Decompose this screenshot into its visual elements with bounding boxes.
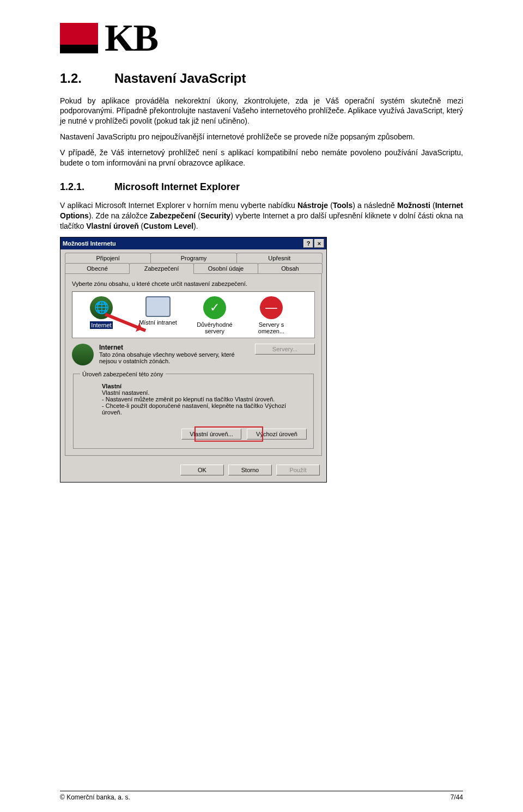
tab-content[interactable]: Obsah: [258, 263, 323, 273]
logo-text: KB: [105, 22, 157, 54]
zone-list: 🌐 Internet Místní intranet ✓ Důvěryhodné…: [72, 291, 315, 338]
security-tab-panel: Vyberte zónu obsahu, u které chcete urči…: [65, 273, 322, 456]
zone-restricted[interactable]: — Servery s omezen...: [247, 296, 296, 334]
tab-programs[interactable]: Programy: [150, 253, 236, 263]
section-heading: 1.2.Nastavení JavaScript: [60, 71, 463, 86]
level-legend: Úroveň zabezpečení této zóny: [80, 371, 166, 377]
tab-general[interactable]: Obecné: [65, 263, 130, 273]
tabs-row-front: Obecné Zabezpečení Osobní údaje Obsah: [60, 263, 326, 273]
globe-icon: [72, 344, 94, 365]
section-number: 1.2.: [60, 71, 114, 86]
subsection-heading: 1.2.1.Microsoft Internet Explorer: [60, 181, 463, 193]
paragraph: Nastavení JavaScriptu pro nejpoužívanějš…: [60, 132, 463, 142]
level-line: - Chcete-li použít doporučené nastavení,…: [102, 402, 286, 416]
subsection-title: Microsoft Internet Explorer: [114, 181, 240, 192]
default-level-button[interactable]: Výchozí úroveň: [247, 429, 307, 439]
ok-button[interactable]: OK: [180, 465, 224, 475]
logo: KB: [60, 22, 463, 54]
tab-privacy[interactable]: Osobní údaje: [193, 263, 258, 273]
tab-advanced[interactable]: Upřesnit: [236, 253, 323, 263]
paragraph: Pokud by aplikace prováděla nekorektní ú…: [60, 96, 463, 127]
section-title: Nastavení JavaScript: [114, 71, 246, 86]
zone-description: Internet Tato zóna obsahuje všechny webo…: [72, 344, 315, 365]
footer-copyright: © Komerční banka, a. s.: [60, 793, 130, 801]
zone-desc-title: Internet: [99, 344, 123, 351]
cancel-button[interactable]: Storno: [228, 465, 272, 475]
tabs-row-back: Připojení Programy Upřesnit: [60, 249, 326, 263]
level-title: Vlastní: [102, 383, 121, 389]
internet-options-dialog: Možnosti Internetu ? × Připojení Program…: [60, 237, 327, 483]
dialog-title: Možnosti Internetu: [63, 240, 116, 247]
paragraph: V případě, že Váš internetový prohlížeč …: [60, 148, 463, 168]
subsection-number: 1.2.1.: [60, 181, 114, 193]
paragraph: V aplikaci Microsoft Internet Explorer v…: [60, 200, 463, 231]
monitor-icon: [145, 296, 171, 317]
check-icon: ✓: [203, 296, 226, 319]
dialog-titlebar: Možnosti Internetu ? ×: [60, 237, 326, 249]
logo-mark: [60, 23, 98, 53]
page-number: 7/44: [451, 793, 463, 801]
tab-connections[interactable]: Připojení: [65, 253, 151, 263]
close-button[interactable]: ×: [314, 239, 324, 248]
zone-desc-text: Tato zóna obsahuje všechny webové server…: [99, 351, 235, 364]
dialog-button-row: OK Storno Použít: [60, 460, 326, 482]
zone-internet[interactable]: 🌐 Internet: [77, 296, 126, 334]
page-footer: © Komerční banka, a. s. 7/44: [60, 791, 463, 801]
level-line: - Nastavení můžete změnit po klepnutí na…: [102, 396, 275, 402]
deny-icon: —: [260, 296, 283, 319]
help-button[interactable]: ?: [303, 239, 313, 248]
zone-instruction: Vyberte zónu obsahu, u které chcete urči…: [72, 280, 315, 287]
apply-button[interactable]: Použít: [276, 465, 320, 475]
level-line: Vlastní nastavení.: [102, 389, 149, 396]
servers-button[interactable]: Servery...: [255, 344, 315, 355]
custom-level-button[interactable]: Vlastní úroveň...: [181, 429, 241, 439]
tab-security[interactable]: Zabezpečení: [129, 263, 194, 274]
security-level-group: Úroveň zabezpečení této zóny Vlastní Vla…: [73, 371, 314, 449]
zone-trusted[interactable]: ✓ Důvěryhodné servery: [190, 296, 239, 334]
